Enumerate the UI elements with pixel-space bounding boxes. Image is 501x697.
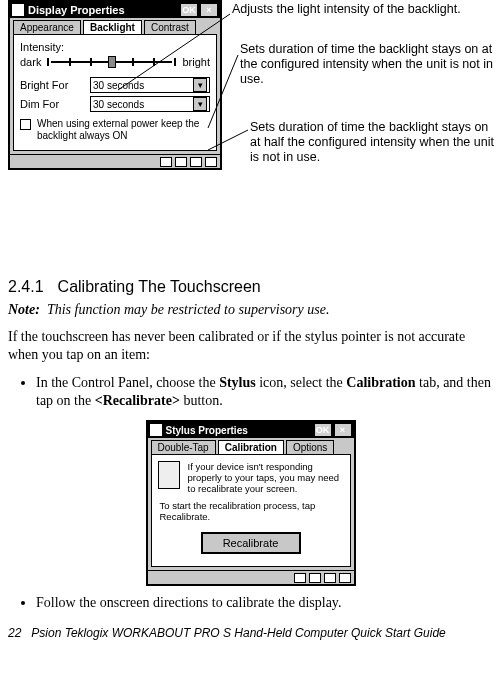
status-icon xyxy=(160,157,172,167)
dim-for-value: 30 seconds xyxy=(93,99,144,110)
callout-dim-for: Sets duration of time the backlight stay… xyxy=(250,120,498,165)
titlebar: Stylus Properties OK × xyxy=(148,422,354,438)
dim-for-dropdown[interactable]: 30 seconds ▾ xyxy=(90,96,210,112)
slider-bright-label: bright xyxy=(182,56,210,68)
step-1: In the Control Panel, choose the Stylus … xyxy=(36,374,493,410)
window-title: Display Properties xyxy=(28,4,125,16)
titlebar: Display Properties OK × xyxy=(10,2,220,18)
status-icon xyxy=(309,573,321,583)
section-title: Calibrating The Touchscreen xyxy=(58,278,261,295)
statusbar xyxy=(148,570,354,584)
slider-thumb[interactable] xyxy=(108,56,116,68)
statusbar xyxy=(10,154,220,168)
tab-appearance[interactable]: Appearance xyxy=(13,20,81,34)
status-icon xyxy=(294,573,306,583)
tab-calibration[interactable]: Calibration xyxy=(218,440,284,454)
stylus-help-text-2: To start the recalibration process, tap … xyxy=(160,500,344,522)
stylus-help-text-1: If your device isn't responding properly… xyxy=(188,461,344,494)
bright-for-value: 30 seconds xyxy=(93,80,144,91)
intensity-slider[interactable] xyxy=(47,55,176,69)
section-number: 2.4.1 xyxy=(8,278,44,295)
ok-button[interactable]: OK xyxy=(314,423,332,437)
tab-backlight[interactable]: Backlight xyxy=(83,20,142,34)
bright-for-dropdown[interactable]: 30 seconds ▾ xyxy=(90,77,210,93)
close-button[interactable]: × xyxy=(200,3,218,17)
tab-options[interactable]: Options xyxy=(286,440,334,454)
dim-for-label: Dim For xyxy=(20,98,84,110)
tab-contrast[interactable]: Contrast xyxy=(144,20,196,34)
step-2: Follow the onscreen directions to calibr… xyxy=(36,594,493,612)
section-heading: 2.4.1Calibrating The Touchscreen xyxy=(8,278,493,296)
page-number: 22 xyxy=(8,626,21,640)
display-properties-window: Display Properties OK × Appearance Backl… xyxy=(8,0,222,170)
status-icon xyxy=(339,573,351,583)
close-button[interactable]: × xyxy=(334,423,352,437)
footer-text: Psion Teklogix WORKABOUT PRO S Hand-Held… xyxy=(31,626,445,640)
callout-intensity: Adjusts the light intensity of the backl… xyxy=(232,2,482,17)
note: Note: This function may be restricted to… xyxy=(8,302,493,318)
note-label: Note: xyxy=(8,302,40,317)
status-icon xyxy=(190,157,202,167)
page-footer: 22 Psion Teklogix WORKABOUT PRO S Hand-H… xyxy=(8,626,493,640)
chevron-down-icon[interactable]: ▾ xyxy=(193,97,207,111)
external-power-label: When using external power keep the backl… xyxy=(37,118,210,142)
window-title: Stylus Properties xyxy=(166,425,248,436)
status-icon xyxy=(175,157,187,167)
callout-bright-for: Sets duration of time the backlight stay… xyxy=(240,42,495,87)
recalibrate-button[interactable]: Recalibrate xyxy=(201,532,301,554)
note-text: This function may be restricted to super… xyxy=(47,302,330,317)
status-icon xyxy=(324,573,336,583)
stylus-properties-window: Stylus Properties OK × Double-Tap Calibr… xyxy=(146,420,356,586)
intensity-label: Intensity: xyxy=(20,41,210,53)
bright-for-label: Bright For xyxy=(20,79,84,91)
stylus-icon xyxy=(158,461,180,489)
chevron-down-icon[interactable]: ▾ xyxy=(193,78,207,92)
slider-dark-label: dark xyxy=(20,56,41,68)
ok-button[interactable]: OK xyxy=(180,3,198,17)
intro-paragraph: If the touchscreen has never been calibr… xyxy=(8,328,493,364)
tab-double-tap[interactable]: Double-Tap xyxy=(151,440,216,454)
window-icon xyxy=(150,424,162,436)
external-power-checkbox[interactable] xyxy=(20,119,31,130)
status-icon xyxy=(205,157,217,167)
window-icon xyxy=(12,4,24,16)
